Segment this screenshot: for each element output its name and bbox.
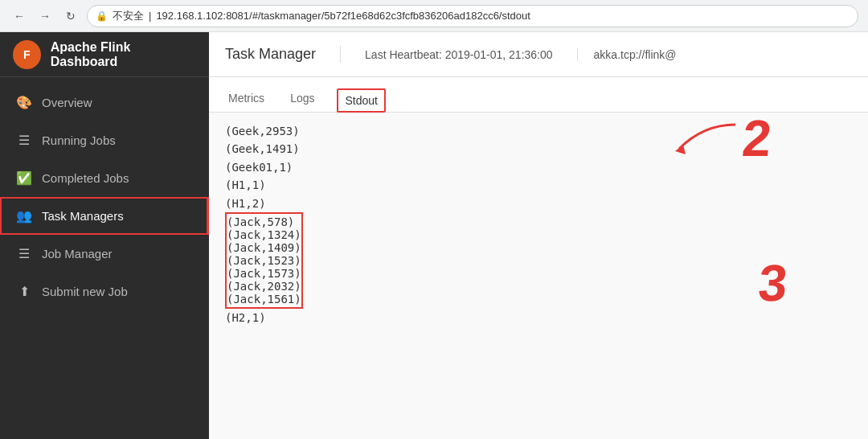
stdout-line: (H1,2): [225, 195, 852, 212]
sidebar-item-label: Job Manager: [42, 247, 113, 261]
sidebar-item-label: Completed Jobs: [42, 171, 129, 185]
browser-chrome: ← → ↻ 🔒 不安全 | 192.168.1.102:8081/#/taskm…: [0, 0, 868, 32]
security-label: 不安全: [113, 9, 144, 23]
stdout-line: (Jack,1324): [227, 228, 301, 241]
separator: |: [149, 10, 151, 22]
refresh-button[interactable]: ↻: [61, 6, 80, 26]
flink-logo: F: [13, 40, 41, 69]
stdout-line: (Jack,1523): [227, 254, 301, 267]
heartbeat-info: Last Heartbeat: 2019-01-01, 21:36:00: [341, 48, 578, 61]
sidebar-item-job-manager[interactable]: ☰ Job Manager: [0, 235, 209, 273]
stdout-line: (Jack,2032): [227, 280, 301, 293]
annotation-number-2: 2: [741, 113, 774, 164]
stdout-line: (Jack,1409): [227, 241, 301, 254]
overview-icon: 🎨: [16, 95, 32, 110]
sidebar-item-overview[interactable]: 🎨 Overview: [0, 84, 209, 121]
tab-stdout[interactable]: Stdout: [337, 88, 385, 113]
sidebar: F Apache Flink Dashboard 🎨 Overview ☰ Ru…: [0, 32, 209, 439]
akka-address: akka.tcp://flink@: [578, 48, 693, 61]
stdout-content[interactable]: (Geek,2953) (Geek,1491) (Geek01,1) (H1,1…: [209, 113, 868, 439]
forward-button[interactable]: →: [35, 6, 55, 26]
stdout-line: (H1,1): [225, 176, 852, 194]
task-managers-icon: 👥: [16, 208, 32, 224]
completed-jobs-icon: ✅: [16, 170, 32, 186]
annotation-number-3: 3: [757, 257, 790, 309]
sidebar-item-task-managers[interactable]: 👥 Task Managers: [0, 197, 209, 235]
sidebar-nav: 🎨 Overview ☰ Running Jobs ✅ Completed Jo…: [0, 77, 209, 439]
job-manager-icon: ☰: [16, 246, 32, 261]
annotation-2-arrow: [671, 121, 743, 161]
sidebar-header: F Apache Flink Dashboard: [0, 32, 209, 77]
task-manager-header: Task Manager Last Heartbeat: 2019-01-01,…: [209, 32, 868, 77]
sidebar-item-label: Submit new Job: [42, 285, 128, 298]
running-jobs-icon: ☰: [16, 133, 32, 148]
address-bar[interactable]: 🔒 不安全 | 192.168.1.102:8081/#/taskmanager…: [87, 5, 858, 27]
sidebar-item-label: Task Managers: [42, 209, 124, 223]
tab-logs[interactable]: Logs: [287, 85, 317, 113]
url-text: 192.168.1.102:8081/#/taskmanager/5b72f1e…: [156, 10, 530, 22]
stdout-line: (Jack,1573): [227, 267, 301, 280]
sidebar-item-submit-job[interactable]: ⬆ Submit new Job: [0, 273, 209, 310]
main-content: Task Manager Last Heartbeat: 2019-01-01,…: [209, 32, 868, 439]
submit-job-icon: ⬆: [16, 284, 32, 299]
sidebar-title: Apache Flink Dashboard: [51, 40, 196, 69]
back-button[interactable]: ←: [10, 6, 29, 26]
app-container: F Apache Flink Dashboard 🎨 Overview ☰ Ru…: [0, 32, 868, 439]
tabs-bar: Metrics Logs Stdout: [209, 77, 868, 113]
security-icon: 🔒: [96, 10, 108, 22]
highlighted-stdout-section: (Jack,578) (Jack,1324) (Jack,1409) (Jack…: [225, 212, 303, 309]
sidebar-item-running-jobs[interactable]: ☰ Running Jobs: [0, 121, 209, 159]
sidebar-item-label: Running Jobs: [42, 133, 116, 147]
sidebar-item-completed-jobs[interactable]: ✅ Completed Jobs: [0, 159, 209, 197]
stdout-line: (Jack,1561): [227, 293, 301, 306]
stdout-line: (Jack,578): [227, 215, 301, 228]
task-manager-title: Task Manager: [225, 46, 341, 63]
tab-metrics[interactable]: Metrics: [225, 85, 268, 113]
sidebar-item-label: Overview: [42, 96, 92, 109]
